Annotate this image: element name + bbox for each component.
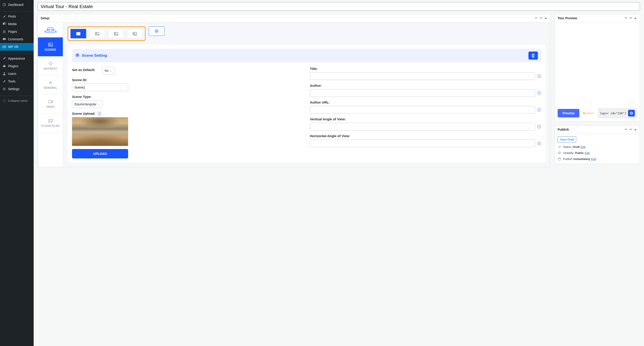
save-draft-button[interactable]: Save Draft — [558, 137, 576, 143]
copy-shortcode-button[interactable] — [628, 110, 635, 117]
menu-dashboard[interactable]: Dashboard — [0, 1, 34, 8]
upload-button[interactable]: UPLOAD — [72, 149, 128, 159]
edit-schedule-link[interactable]: Edit — [591, 157, 596, 161]
menu-appearance[interactable]: Appearance — [0, 55, 34, 62]
input-author-url[interactable] — [310, 106, 535, 114]
comment-icon — [2, 37, 6, 41]
tab-general[interactable]: GENERAL — [38, 76, 63, 95]
menu-users[interactable]: Users — [0, 70, 34, 78]
tour-preview-panel: Tour Preview Preview [wpvr id="156 — [555, 14, 640, 121]
menu-label: Plugins — [8, 64, 18, 68]
input-vaov[interactable] — [310, 123, 535, 130]
brush-icon — [2, 56, 6, 60]
tab-label: FLOOR PLAN — [41, 124, 60, 128]
svg-point-25 — [134, 33, 134, 33]
svg-point-30 — [559, 152, 560, 153]
edit-status-link[interactable]: Edit — [580, 145, 586, 149]
svg-rect-28 — [630, 112, 632, 114]
select-scene-type[interactable]: Equirectangular⌄ — [72, 100, 102, 108]
info-icon[interactable]: i — [538, 108, 541, 112]
add-scene-button[interactable] — [149, 26, 164, 36]
scene-thumb-3[interactable] — [108, 29, 124, 38]
menu-label: WP VR — [8, 45, 18, 49]
info-icon[interactable]: i — [538, 142, 541, 145]
preview-button[interactable]: Preview — [558, 109, 580, 117]
panel-up-icon[interactable] — [624, 128, 628, 131]
tab-hotspot[interactable]: HOTSPOT — [38, 56, 63, 76]
media-icon — [2, 22, 6, 26]
tab-video[interactable]: VIDEO — [38, 95, 63, 114]
label-title: Title: — [310, 67, 541, 71]
tab-scenes[interactable]: SCENES — [38, 37, 63, 56]
input-author[interactable] — [310, 89, 535, 97]
image-icon — [48, 42, 53, 47]
menu-comments[interactable]: Comments — [0, 35, 34, 43]
plugin-icon — [2, 64, 6, 68]
dashboard-icon — [2, 3, 6, 7]
menu-collapse[interactable]: Collapse menu — [0, 97, 34, 104]
menu-label: Settings — [8, 87, 20, 91]
svg-point-4 — [4, 46, 5, 47]
menu-label: Tools — [8, 80, 16, 83]
menu-settings[interactable]: Settings — [0, 85, 34, 93]
scene-thumb-1[interactable] — [70, 29, 86, 38]
gear-icon — [75, 53, 80, 58]
select-default[interactable]: No⌄ — [102, 67, 114, 74]
post-title-input[interactable] — [38, 2, 640, 11]
label-set-default: Set as Default: — [72, 68, 95, 72]
panel-up-icon[interactable] — [534, 16, 538, 20]
select-value: No — [104, 69, 108, 72]
info-icon[interactable]: i — [538, 74, 541, 78]
input-scene-id[interactable] — [72, 84, 128, 91]
chevron-down-icon: ⌄ — [110, 69, 112, 72]
panel-down-icon[interactable] — [629, 16, 632, 20]
schedule-line: Publish immediately Edit — [558, 157, 637, 161]
delete-scene-button[interactable] — [528, 51, 538, 60]
svg-point-1 — [3, 23, 4, 24]
page-icon — [2, 29, 6, 34]
annotation-arrow — [584, 113, 594, 113]
status-label: Status: — [563, 145, 572, 149]
panel-toggle-icon[interactable] — [634, 128, 637, 131]
menu-label: Collapse menu — [8, 99, 28, 102]
map-icon — [48, 119, 53, 123]
status-line: Status: Draft Edit — [558, 145, 637, 149]
panel-toggle-icon[interactable] — [634, 16, 637, 20]
tab-label: HOTSPOT — [44, 67, 57, 70]
svg-point-7 — [5, 89, 6, 89]
input-haov[interactable] — [310, 140, 535, 147]
select-value: Equirectangular — [74, 102, 96, 106]
panel-down-icon[interactable] — [539, 16, 543, 20]
label-author-url: Author URL: — [310, 100, 541, 104]
label-scene-upload: Scene Upload: — [72, 112, 95, 115]
info-icon[interactable]: i — [98, 112, 101, 115]
menu-wpvr[interactable]: WP VR — [0, 43, 34, 51]
shortcode-display: [wpvr id="156"] — [598, 108, 637, 118]
tab-floorplan[interactable]: FLOOR PLAN — [38, 114, 63, 133]
menu-plugins[interactable]: Plugins — [0, 62, 34, 70]
menu-label: Comments — [8, 37, 23, 41]
publish-panel: Publish Save Draft Status: Draft Edit — [555, 125, 640, 164]
menu-label: Dashboard — [8, 3, 24, 6]
panel-down-icon[interactable] — [629, 128, 632, 131]
svg-point-23 — [115, 33, 116, 33]
scene-setting-title: Scene Setting — [82, 53, 107, 58]
menu-pages[interactable]: Pages — [0, 28, 34, 35]
panel-up-icon[interactable] — [624, 16, 628, 20]
panel-toggle-icon[interactable] — [544, 16, 547, 20]
menu-media[interactable]: Media — [0, 20, 34, 28]
svg-point-8 — [4, 90, 4, 90]
input-title[interactable] — [310, 72, 535, 80]
calendar-icon — [558, 157, 561, 161]
scene-thumb-2[interactable] — [89, 29, 105, 38]
scene-thumb-4[interactable] — [127, 29, 143, 38]
menu-tools[interactable]: Tools — [0, 78, 34, 85]
info-icon[interactable]: i — [538, 125, 541, 128]
info-icon[interactable]: i — [538, 91, 541, 95]
admin-sidebar: Dashboard Posts Media Pages Comments WP … — [0, 0, 34, 346]
visibility-label: Visibility: — [563, 151, 574, 155]
setup-header: Setup — [40, 16, 49, 20]
edit-visibility-link[interactable]: Edit — [585, 151, 590, 155]
vr-icon — [2, 45, 6, 49]
menu-posts[interactable]: Posts — [0, 12, 34, 20]
